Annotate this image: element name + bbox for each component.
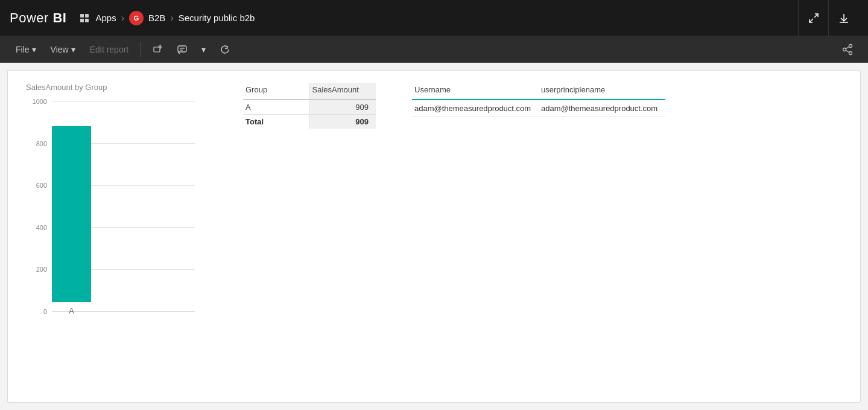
group-cell: A — [243, 100, 309, 115]
col-group-header[interactable]: Group — [243, 83, 309, 100]
chart-area: SalesAmount by Group 1000 800 600 — [26, 83, 207, 339]
svg-point-16 — [849, 51, 852, 54]
report-canvas: SalesAmount by Group 1000 800 600 — [7, 70, 861, 403]
top-bar-actions — [798, 0, 858, 36]
bar-a[interactable] — [52, 126, 91, 302]
comment-button[interactable] — [171, 39, 193, 60]
bars-area: A — [52, 122, 195, 315]
svg-rect-0 — [80, 14, 84, 18]
col-upn-header[interactable]: userprinciplename — [539, 83, 665, 100]
breadcrumb-sep-1: › — [121, 13, 124, 24]
col-sales-header[interactable]: SalesAmount — [309, 83, 376, 100]
y-label-1000: 1000 — [26, 98, 47, 105]
breadcrumb-sep-2: › — [170, 13, 173, 24]
svg-rect-3 — [85, 19, 89, 22]
col-username-header[interactable]: Username — [412, 83, 539, 100]
breadcrumb-security[interactable]: Security public b2b — [179, 13, 255, 23]
svg-line-18 — [846, 50, 849, 53]
y-label-600: 600 — [26, 182, 47, 189]
svg-line-17 — [846, 46, 849, 49]
breadcrumb-b2b[interactable]: B2B — [148, 13, 165, 23]
upn-cell: adam@themeasuredproduct.com — [539, 100, 665, 117]
svg-rect-2 — [80, 19, 84, 22]
user-table-header-row: Username userprinciplename — [412, 83, 665, 100]
svg-point-14 — [843, 48, 846, 51]
toolbar-divider — [141, 42, 141, 57]
view-chevron: ▾ — [71, 45, 75, 54]
file-label: File — [16, 45, 30, 54]
svg-rect-1 — [85, 14, 89, 18]
expand-button[interactable] — [798, 0, 828, 36]
svg-rect-10 — [178, 46, 186, 52]
total-label-cell: Total — [243, 115, 309, 129]
table-row: A 909 — [243, 100, 376, 115]
b2b-circle: G — [129, 11, 144, 25]
bar-x-label-a: A — [69, 307, 74, 315]
edit-report-label: Edit report — [90, 45, 129, 54]
apps-grid-icon — [78, 12, 90, 24]
svg-line-4 — [814, 14, 818, 18]
download-button[interactable] — [828, 0, 858, 36]
svg-rect-8 — [154, 47, 160, 52]
user-table-area: Username userprinciplename adam@themeasu… — [412, 83, 665, 117]
breadcrumb-apps[interactable]: Apps — [95, 13, 116, 23]
sales-cell: 909 — [309, 100, 376, 115]
user-table: Username userprinciplename adam@themeasu… — [412, 83, 665, 117]
view-menu[interactable]: View ▾ — [45, 41, 81, 58]
file-chevron: ▾ — [32, 45, 36, 54]
edit-report-button[interactable]: Edit report — [84, 41, 135, 58]
main-content: SalesAmount by Group 1000 800 600 — [0, 63, 868, 410]
gridline-1000: 1000 — [26, 98, 195, 105]
username-cell: adam@themeasuredproduct.com — [412, 100, 539, 117]
total-row: Total 909 — [243, 115, 376, 129]
share-report-button[interactable] — [837, 39, 858, 60]
y-label-400: 400 — [26, 224, 47, 231]
y-label-800: 800 — [26, 140, 47, 147]
data-table: Group SalesAmount A 909 Total 909 — [243, 83, 376, 129]
bar-chart: 1000 800 600 400 — [26, 98, 195, 339]
file-menu[interactable]: File ▾ — [10, 41, 42, 58]
user-table-row: adam@themeasuredproduct.com adam@themeas… — [412, 100, 665, 117]
svg-point-15 — [849, 44, 852, 47]
y-label-200: 200 — [26, 266, 47, 273]
top-bar: Power BI Apps › G B2B › Security public … — [0, 0, 868, 36]
chart-title: SalesAmount by Group — [26, 83, 207, 92]
second-toolbar: File ▾ View ▾ Edit report ▾ — [0, 36, 868, 63]
table-header-row: Group SalesAmount — [243, 83, 376, 100]
total-value-cell: 909 — [309, 115, 376, 129]
comment-chevron: ▾ — [201, 45, 206, 54]
share-button[interactable] — [147, 39, 169, 60]
power-bi-logo: Power BI — [10, 10, 66, 26]
bar-column-a[interactable]: A — [52, 126, 91, 315]
comment-dropdown[interactable]: ▾ — [195, 41, 212, 58]
y-label-0: 0 — [26, 308, 47, 315]
gridline — [52, 101, 195, 102]
data-table-area: Group SalesAmount A 909 Total 909 — [243, 83, 376, 129]
refresh-button[interactable] — [214, 39, 236, 60]
svg-line-5 — [809, 19, 813, 22]
breadcrumb: Apps › G B2B › Security public b2b — [78, 11, 798, 25]
view-label: View — [51, 45, 69, 54]
